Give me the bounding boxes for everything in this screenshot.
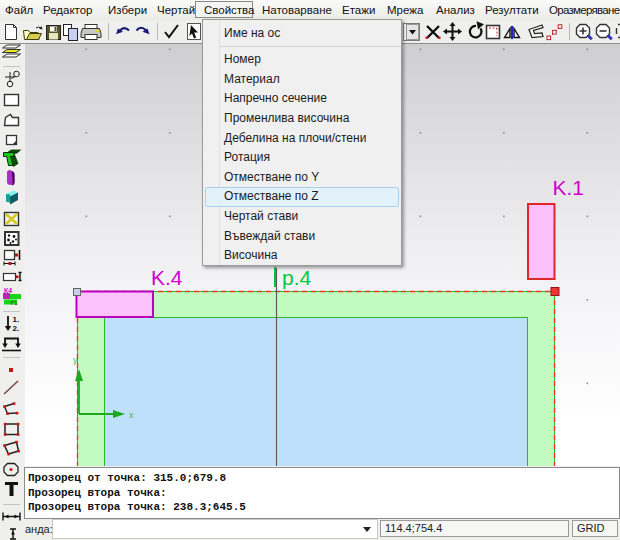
svg-text:y: y (73, 355, 78, 365)
svg-text:К4: К4 (4, 287, 12, 294)
svg-text:K.4: K.4 (151, 266, 183, 289)
svg-text:Г1: Г1 (11, 300, 18, 306)
svg-text:2.: 2. (13, 324, 20, 333)
svg-text:р.4: р.4 (282, 266, 312, 289)
svg-text:K.1: K.1 (553, 176, 585, 199)
svg-text:x: x (129, 410, 134, 420)
svg-text:1.: 1. (13, 315, 20, 324)
